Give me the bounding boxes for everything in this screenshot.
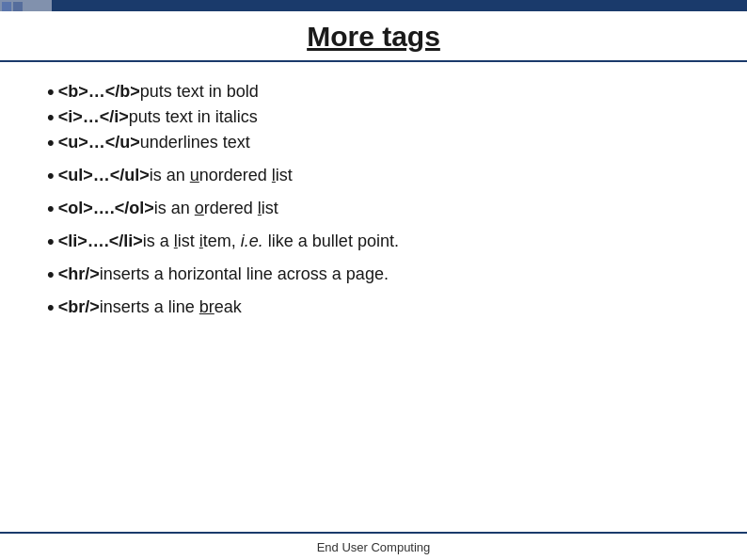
tag-ul: <ul>…</ul> (58, 163, 150, 188)
desc-li: is a list item, i.e. like a bullet point… (143, 229, 399, 254)
list-item: • <br/> inserts a line break (47, 295, 709, 320)
slide-footer: End User Computing (0, 532, 747, 560)
slide: More tags • <b>…</b> puts text in bold •… (0, 0, 747, 560)
bullet-group-hr: • <hr/> inserts a horizontal line across… (47, 262, 709, 287)
list-item: • <ol>….</ol> is an ordered list (47, 196, 709, 221)
bullet-group-ul: • <ul>…</ul> is an unordered list (47, 163, 709, 188)
desc-italic: puts text in italics (129, 104, 258, 130)
list-item: • <i>…</i> puts text in italics (47, 104, 709, 130)
tag-ol: <ol>….</ol> (58, 196, 154, 221)
slide-content: • <b>…</b> puts text in bold • <i>…</i> … (0, 62, 747, 532)
desc-hr: inserts a horizontal line across a page. (100, 262, 389, 287)
tag-italic: <i>…</i> (58, 104, 129, 130)
bullet-dot: • (47, 264, 55, 285)
deco-square-2 (13, 2, 23, 11)
bullet-group-br: • <br/> inserts a line break (47, 295, 709, 320)
tag-underline: <u>…</u> (58, 130, 140, 155)
bullet-group-formatting: • <b>…</b> puts text in bold • <i>…</i> … (47, 79, 709, 155)
bullet-group-ol: • <ol>….</ol> is an ordered list (47, 196, 709, 221)
list-item: • <u>…</u> underlines text (47, 130, 709, 155)
bullet-dot: • (47, 133, 55, 153)
bullet-group-li: • <li>….</li> is a list item, i.e. like … (47, 229, 709, 254)
desc-underline: underlines text (140, 130, 250, 155)
top-bar (0, 0, 747, 11)
tag-li: <li>….</li> (58, 229, 143, 254)
list-item: • <li>….</li> is a list item, i.e. like … (47, 229, 709, 254)
desc-bold: puts text in bold (140, 79, 259, 104)
slide-header: More tags (0, 11, 747, 62)
bullet-dot: • (47, 82, 55, 103)
desc-br: inserts a line break (100, 295, 242, 320)
bullet-dot: • (47, 297, 55, 318)
slide-title: More tags (19, 21, 728, 53)
desc-ol: is an ordered list (154, 196, 278, 221)
bullet-dot: • (47, 199, 55, 219)
tag-bold: <b>…</b> (58, 79, 140, 104)
bullet-dot: • (47, 107, 55, 128)
deco-square-1 (2, 2, 11, 11)
bullet-dot: • (47, 166, 55, 186)
bullet-dot: • (47, 232, 55, 252)
desc-ul: is an unordered list (150, 163, 293, 188)
list-item: • <ul>…</ul> is an unordered list (47, 163, 709, 188)
tag-br: <br/> (58, 295, 100, 320)
tag-hr: <hr/> (58, 262, 100, 287)
footer-text: End User Computing (317, 540, 431, 554)
list-item: • <hr/> inserts a horizontal line across… (47, 262, 709, 287)
list-item: • <b>…</b> puts text in bold (47, 79, 709, 104)
